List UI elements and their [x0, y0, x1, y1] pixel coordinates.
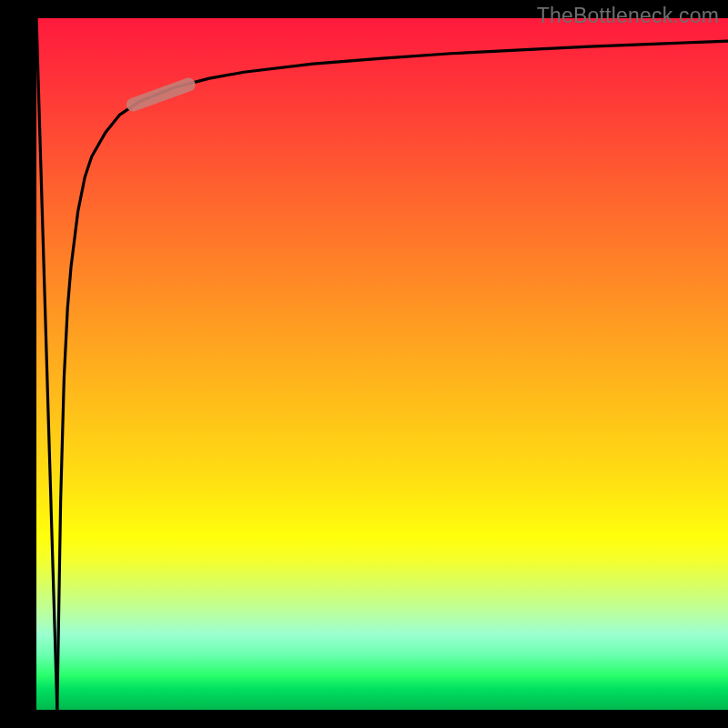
gradient-plot-area: [36, 18, 728, 710]
watermark-text: TheBottleneck.com: [537, 4, 719, 28]
x-axis-mask: [0, 710, 728, 728]
chart-frame: TheBottleneck.com: [0, 0, 728, 728]
y-axis-mask: [0, 0, 36, 728]
